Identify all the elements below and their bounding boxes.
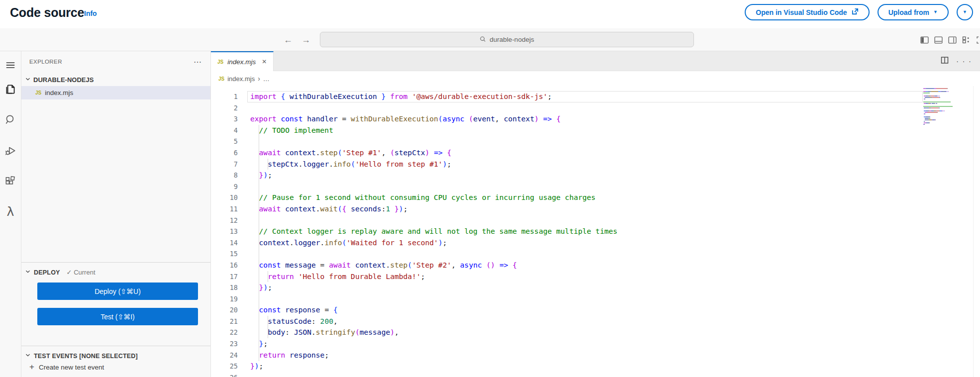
code-line-row[interactable]: 4 // TODO implement [211,125,980,136]
tab-index-mjs[interactable]: JS index.mjs ✕ [211,51,274,71]
header-actions: Open in Visual Studio Code Upload from ▼… [745,4,973,20]
js-file-icon: JS [217,59,223,65]
code-line-row[interactable]: 8 }); [211,170,980,181]
line-number: 5 [211,136,250,147]
code-line[interactable]: const response = { [250,304,338,316]
code-line-row[interactable]: 1import { withDurableExecution } from '@… [211,91,980,102]
editor-group: JS index.mjs ✕ · · · JS index.mjs › … [211,51,980,377]
code-line-row[interactable]: 24 return response; [211,350,980,361]
code-line[interactable]: await context.step('Step #1', (stepCtx) … [250,147,451,159]
line-number: 8 [211,170,250,181]
search-input[interactable]: durable-nodejs [320,32,694,47]
code-line[interactable]: return response; [250,350,329,361]
code-line-row[interactable]: 19 [211,293,980,305]
open-in-vscode-button[interactable]: Open in Visual Studio Code [745,4,869,20]
code-line-row[interactable]: 10 // Pause for 1 second without consumi… [211,192,980,203]
code-line-row[interactable]: 23 }; [211,338,980,350]
customize-layout-icon[interactable] [962,36,971,44]
breadcrumb-file[interactable]: index.mjs [227,75,255,83]
test-events-title[interactable]: TEST EVENTS [NONE SELECTED] [34,353,138,360]
code-line-row[interactable]: 21 statusCode: 200, [211,316,980,327]
chevron-down-icon[interactable] [24,352,31,360]
scrollbar[interactable] [973,86,974,377]
breadcrumb-more[interactable]: … [263,75,270,83]
upload-from-label: Upload from [888,8,929,16]
code-line[interactable]: context.logger.info('Waited for 1 second… [250,237,447,249]
code-line[interactable]: export const handler = withDurableExecut… [250,113,561,125]
upload-from-button[interactable]: Upload from ▼ [878,4,949,20]
line-number: 16 [211,260,250,271]
back-arrow-icon[interactable]: ← [284,35,293,45]
code-line-row[interactable]: 11 await context.wait({ seconds:1 }); [211,203,980,215]
code-line[interactable]: const message = await context.step('Step… [250,260,517,271]
chevron-down-icon [24,76,31,84]
code-line-row[interactable]: 12 [211,215,980,226]
extensions-icon[interactable] [0,172,21,191]
explorer-sidebar: EXPLORER ⋯ DURABLE-NODEJS JS index.mjs [21,51,211,377]
breadcrumb[interactable]: JS index.mjs › … [211,71,980,86]
code-line[interactable]: }); [250,361,263,372]
code-editor[interactable]: 1import { withDurableExecution } from '@… [211,86,980,377]
test-events-section: TEST EVENTS [NONE SELECTED] + Create new… [21,346,210,377]
code-line-row[interactable]: 16 const message = await context.step('S… [211,260,980,271]
code-line[interactable]: await context.wait({ seconds:1 }); [250,203,407,215]
code-line[interactable]: stepCtx.logger.info('Hello from step #1'… [250,159,451,170]
code-line-row[interactable]: 13 // Context logger is replay aware and… [211,226,980,237]
code-line-row[interactable]: 20 const response = { [211,304,980,316]
tree-folder-durable-nodejs[interactable]: DURABLE-NODEJS [21,73,210,86]
tree-file-index-mjs[interactable]: JS index.mjs [21,86,210,99]
code-line[interactable]: return 'Hello from Durable Lambda!'; [250,271,425,283]
code-line[interactable]: }); [250,282,272,293]
tab-bar: JS index.mjs ✕ · · · [211,51,980,71]
code-line-row[interactable]: 14 context.logger.info('Waited for 1 sec… [211,237,980,249]
workbench: λ EXPLORER ⋯ DURABLE-NODEJS JS index.mjs [0,51,980,377]
more-actions-menu-button[interactable]: ▼ [957,4,973,20]
code-line[interactable]: statusCode: 200, [250,316,338,327]
code-line[interactable]: // Pause for 1 second without consuming … [250,192,595,203]
close-icon[interactable]: ✕ [262,58,267,65]
test-button[interactable]: Test (⇧⌘I) [37,308,198,325]
code-line-row[interactable]: 26 [211,372,980,377]
code-line[interactable]: }; [250,338,268,350]
code-line-row[interactable]: 18 }); [211,282,980,293]
menu-icon[interactable] [0,55,21,75]
run-debug-icon[interactable] [0,141,21,161]
code-line[interactable]: }); [250,170,272,181]
code-line-row[interactable]: 2 [211,102,980,114]
code-line-row[interactable]: 5 [211,136,980,147]
chevron-down-icon[interactable] [24,268,31,277]
code-line[interactable]: // Context logger is replay aware and wi… [250,226,617,237]
line-number: 11 [211,203,250,215]
more-actions-icon[interactable]: ⋯ [194,57,202,67]
deploy-button[interactable]: Deploy (⇧⌘U) [37,283,198,300]
line-number: 13 [211,226,250,237]
code-line[interactable]: // TODO implement [250,125,333,136]
layout-controls [920,28,980,51]
more-actions-icon[interactable]: · · · [956,57,972,65]
files-explorer-icon[interactable] [0,79,21,99]
clipped-icon[interactable] [976,36,980,44]
code-line[interactable]: body: JSON.stringify(message), [250,327,399,338]
code-line-row[interactable]: 6 await context.step('Step #1', (stepCtx… [211,147,980,159]
code-line-row[interactable]: 25}); [211,361,980,372]
code-line-row[interactable]: 7 stepCtx.logger.info('Hello from step #… [211,159,980,170]
aws-lambda-icon[interactable]: λ [0,201,21,221]
toggle-panel-icon[interactable] [934,36,943,44]
create-new-test-event[interactable]: + Create new test event [29,362,104,372]
toggle-primary-sidebar-icon[interactable] [920,36,929,44]
info-link[interactable]: Info [84,9,97,17]
code-line-row[interactable]: 9 [211,181,980,192]
tab-bar-actions: · · · [274,51,980,71]
code-line-row[interactable]: 17 return 'Hello from Durable Lambda!'; [211,271,980,283]
external-link-icon [851,8,859,17]
deploy-section-title[interactable]: DEPLOY [34,269,60,276]
minimap[interactable] [923,88,965,127]
toggle-secondary-sidebar-icon[interactable] [948,36,957,44]
code-line-row[interactable]: 15 [211,248,980,260]
forward-arrow-icon[interactable]: → [301,35,310,45]
code-line[interactable]: import { withDurableExecution } from '@a… [250,91,552,102]
code-line-row[interactable]: 3export const handler = withDurableExecu… [211,113,980,125]
code-line-row[interactable]: 22 body: JSON.stringify(message), [211,327,980,338]
split-editor-icon[interactable] [941,56,949,66]
search-icon[interactable] [0,110,21,130]
